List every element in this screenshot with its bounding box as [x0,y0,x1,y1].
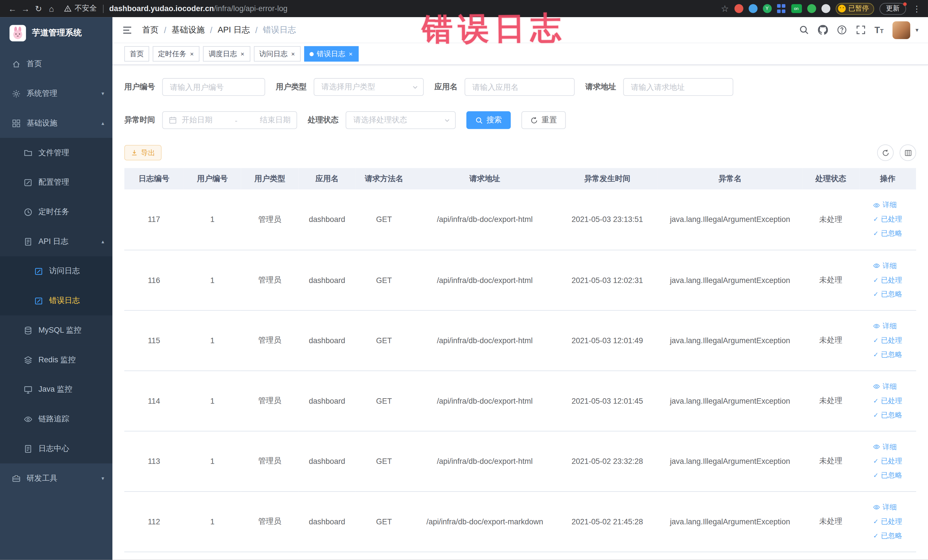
chevron-down-icon [443,116,451,124]
row-action-detail[interactable]: 详细 [873,502,897,512]
row-action-ignored[interactable]: ✓已忽略 [873,410,902,420]
sidebar-item-file-management[interactable]: 文件管理 [0,138,112,168]
font-size-icon[interactable]: TT [875,25,884,34]
exception-time-range-picker[interactable]: 开始日期 - 结束日期 [162,111,297,129]
extension-icon-grid[interactable] [777,4,786,13]
sidebar-item-dev-tools[interactable]: 研发工具 ▾ [0,463,112,493]
sidebar-item-error-logs[interactable]: 错误日志 [0,286,112,316]
user-id-input[interactable] [162,78,265,96]
sidebar-toggle-icon[interactable] [122,24,132,35]
sidebar-item-access-logs[interactable]: 访问日志 [0,256,112,286]
request-url-input[interactable] [623,78,733,96]
extension-icon-paw[interactable] [821,4,830,13]
sidebar-item-redis-monitor[interactable]: Redis 监控 [0,345,112,375]
github-icon[interactable] [818,25,827,35]
eye-icon [873,443,880,450]
user-type-label: 用户类型 [276,82,307,92]
sidebar-item-java-monitor[interactable]: Java 监控 [0,375,112,404]
check-icon: ✓ [873,518,878,525]
row-action-ignored[interactable]: ✓已忽略 [873,470,902,480]
process-status-select[interactable]: 请选择处理状态 [346,111,456,129]
sidebar-item-infrastructure[interactable]: 基础设施 ▴ [0,108,112,138]
close-icon[interactable]: × [189,50,195,57]
edit-square-icon [34,296,43,305]
extension-icon-on[interactable]: on [791,4,801,13]
page-content: 用户编号 用户类型 请选择用户类型 应用名 [112,65,928,560]
row-action-detail[interactable]: 详细 [873,261,897,271]
breadcrumb-infrastructure[interactable]: 基础设施 [171,24,205,35]
bookmark-star-icon[interactable]: ☆ [721,3,729,14]
tab-error-logs[interactable]: 错误日志 × [304,46,359,62]
row-action-processed[interactable]: ✓已处理 [873,516,902,526]
sidebar-item-api-logs[interactable]: API 日志 ▴ [0,227,112,256]
row-action-ignored[interactable]: ✓已忽略 [873,531,902,540]
sidebar-item-scheduled-tasks[interactable]: 定时任务 [0,197,112,227]
breadcrumb-api-logs[interactable]: API 日志 [218,24,250,35]
extension-icon-red[interactable] [734,4,743,13]
row-action-ignored[interactable]: ✓已忽略 [873,289,902,299]
row-action-processed[interactable]: ✓已处理 [873,396,902,406]
reset-button[interactable]: 重置 [522,111,566,129]
row-action-detail[interactable]: 详细 [873,321,897,331]
tab-access-logs[interactable]: 访问日志 × [254,46,301,62]
refresh-button[interactable] [877,144,894,161]
table-row: 113 1 管理员 dashboard GET /api/infra/db-do… [124,431,916,491]
cell-actions: 详细 ✓已处理 ✓已忽略 [859,250,916,310]
column-settings-button[interactable] [899,144,916,161]
search-button[interactable]: 搜索 [466,111,511,129]
search-icon [475,116,483,124]
row-action-detail[interactable]: 详细 [873,381,897,391]
download-icon [131,149,138,156]
app-name-input[interactable] [465,78,575,96]
sidebar-item-link-tracing[interactable]: 链路追踪 [0,404,112,434]
sidebar-item-log-center[interactable]: 日志中心 [0,434,112,464]
sidebar-item-home[interactable]: 首页 [0,49,112,79]
forward-icon[interactable]: → [19,4,32,13]
row-action-processed[interactable]: ✓已处理 [873,215,902,224]
row-action-detail[interactable]: 详细 [873,442,897,452]
back-icon[interactable]: ← [6,4,19,13]
close-icon[interactable]: × [240,50,245,57]
chevron-down-icon[interactable]: ▾ [916,26,918,33]
row-action-ignored[interactable]: ✓已忽略 [873,229,902,238]
security-chip[interactable]: 不安全 [64,3,97,14]
check-icon: ✓ [873,216,878,223]
paused-badge[interactable]: 已暂停 [835,3,874,14]
row-action-processed[interactable]: ✓已处理 [873,275,902,285]
reload-icon[interactable]: ↻ [32,4,45,13]
help-icon[interactable] [837,25,847,35]
row-action-processed[interactable]: ✓已处理 [873,456,902,466]
search-icon[interactable] [799,25,809,35]
cell-request-url: /api/infra/db-doc/export-html [412,189,557,250]
sidebar-item-system-management[interactable]: 系统管理 ▾ [0,79,112,108]
row-action-detail[interactable]: 详细 [873,200,897,210]
cell-log-id: 113 [124,431,184,491]
fullscreen-icon[interactable] [856,25,865,35]
close-icon[interactable]: × [290,50,296,57]
tab-home[interactable]: 首页 [124,46,149,62]
tab-dispatch-logs[interactable]: 调度日志 × [203,46,250,62]
cell-exception-name: java.lang.IllegalArgumentException [658,189,803,250]
browser-menu-icon[interactable]: ⋮ [911,4,922,13]
row-action-processed[interactable]: ✓已处理 [873,335,902,345]
cell-actions: 详细 ✓已处理 ✓已忽略 [859,491,916,552]
avatar[interactable] [892,21,910,39]
col-request-method: 请求方法名 [356,168,412,189]
close-icon[interactable]: × [348,50,353,57]
export-button[interactable]: 导出 [124,145,162,160]
sidebar: 芋道管理系统 首页 系统管理 ▾ 基础设施 ▴ 文件管理 [0,17,112,560]
extension-icon-blue[interactable] [748,4,757,13]
user-type-select[interactable]: 请选择用户类型 [314,78,424,96]
extension-icon-plant[interactable] [807,4,816,13]
sidebar-item-config-management[interactable]: 配置管理 [0,168,112,197]
update-button[interactable]: 更新 [879,3,906,14]
check-icon: ✓ [873,412,878,418]
address-bar[interactable]: dashboard.yudao.iocoder.cn /infra/log/ap… [109,4,288,13]
tab-scheduled-tasks[interactable]: 定时任务 × [153,46,200,62]
extension-icon-green-y[interactable]: Y [763,4,771,13]
table-row: 112 1 管理员 dashboard GET /api/infra/db-do… [124,491,916,552]
row-action-ignored[interactable]: ✓已忽略 [873,349,902,359]
home-icon[interactable]: ⌂ [45,4,58,13]
sidebar-item-mysql-monitor[interactable]: MySQL 监控 [0,316,112,345]
breadcrumb-home[interactable]: 首页 [142,24,159,35]
